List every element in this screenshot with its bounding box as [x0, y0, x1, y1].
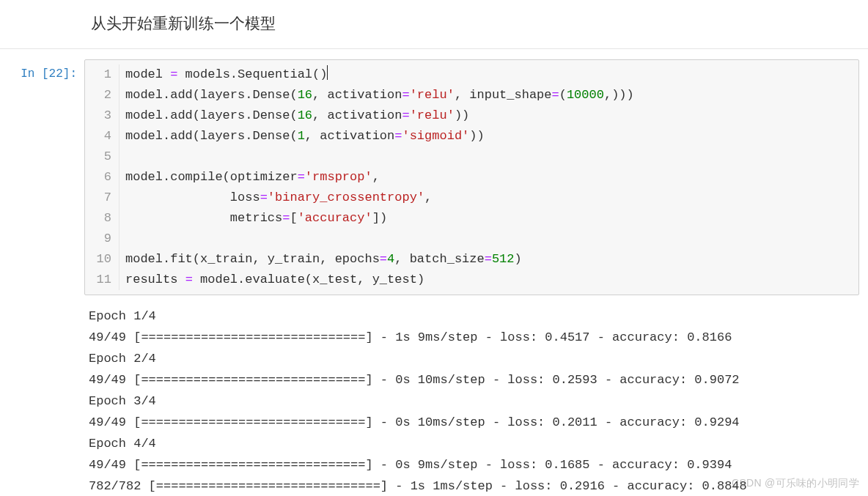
line-number: 5: [85, 147, 111, 167]
code-line: metrics=['accuracy']): [125, 211, 387, 225]
code-line: model.add(layers.Dense(16, activation='r…: [125, 108, 469, 122]
cell-content: 1 2 3 4 5 6 7 8 9 10 11 model = models.S…: [84, 59, 868, 496]
code-line: model.compile(optimizer='rmsprop',: [125, 170, 380, 184]
output-line: 782/782 [==============================]…: [89, 475, 859, 496]
code-line: model = models.Sequential(): [125, 67, 328, 81]
line-number: 6: [85, 167, 111, 188]
code-editor[interactable]: model = models.Sequential() model.add(la…: [119, 64, 858, 290]
code-line: model.add(layers.Dense(16, activation='r…: [125, 88, 634, 102]
line-number: 11: [85, 270, 111, 290]
output-line: Epoch 3/4: [89, 390, 859, 412]
code-line: results = model.evaluate(x_test, y_test): [125, 273, 424, 286]
output-line: 49/49 [==============================] -…: [89, 327, 859, 348]
line-number: 4: [85, 126, 111, 147]
output-line: 49/49 [==============================] -…: [89, 369, 859, 390]
code-input-area[interactable]: 1 2 3 4 5 6 7 8 9 10 11 model = models.S…: [84, 59, 859, 295]
output-line: Epoch 4/4: [89, 433, 859, 454]
code-line: loss='binary_crossentropy',: [125, 190, 432, 204]
line-number: 2: [85, 85, 111, 106]
code-line: model.fit(x_train, y_train, epochs=4, ba…: [125, 252, 522, 266]
code-line: model.add(layers.Dense(1, activation='si…: [125, 129, 485, 143]
line-number: 7: [85, 188, 111, 208]
stdout-output: Epoch 1/449/49 [========================…: [84, 306, 859, 496]
line-number: 3: [85, 106, 111, 126]
markdown-cell: 从头开始重新训练一个模型: [0, 0, 868, 49]
output-line: Epoch 1/4: [89, 306, 859, 327]
output-line: Epoch 2/4: [89, 348, 859, 369]
text-caret-icon: [327, 65, 328, 80]
line-number: 8: [85, 208, 111, 229]
prompt-column: In [22]:: [0, 59, 84, 496]
line-number: 9: [85, 229, 111, 249]
line-number: 10: [85, 249, 111, 270]
line-number: 1: [85, 64, 111, 85]
output-line: 49/49 [==============================] -…: [89, 412, 859, 433]
code-cell: In [22]: 1 2 3 4 5 6 7 8 9 10 11 model =…: [0, 49, 868, 496]
output-line: 49/49 [==============================] -…: [89, 454, 859, 475]
heading-text: 从头开始重新训练一个模型: [91, 13, 868, 34]
code-line: [125, 149, 133, 163]
input-prompt: In [22]:: [21, 67, 77, 81]
line-number-gutter: 1 2 3 4 5 6 7 8 9 10 11: [85, 64, 119, 290]
code-line: [125, 232, 133, 245]
